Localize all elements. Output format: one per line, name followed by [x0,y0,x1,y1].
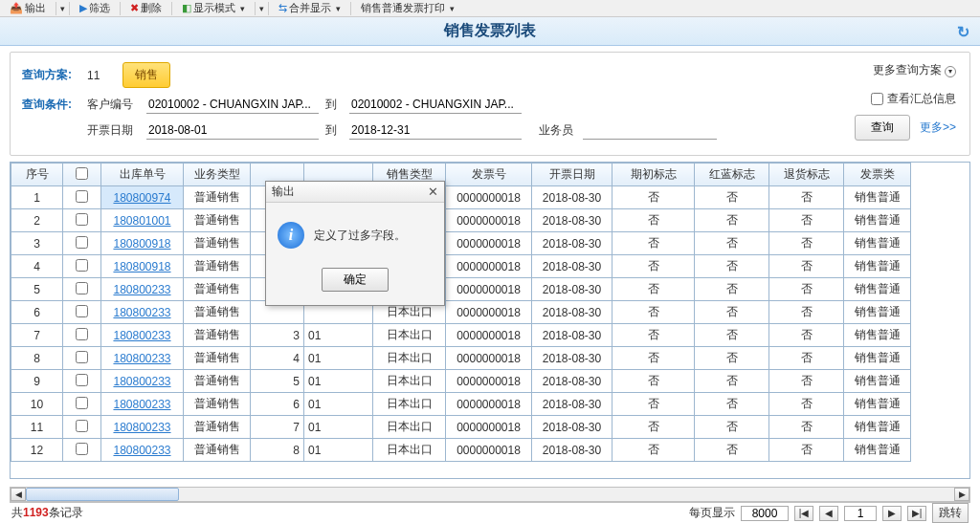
row-checkbox[interactable] [76,305,88,317]
table-row[interactable]: 12180800233普通销售801日本出口00000000182018-08-… [11,439,911,462]
table-row[interactable]: 4180800918普通销售日本出口00000000182018-08-30否否… [11,255,911,278]
toolbar-export[interactable]: 📤输出 [4,2,52,15]
cell-date: 2018-08-30 [532,347,612,370]
more-query-plans-link[interactable]: 更多查询方案▾ [873,62,956,78]
cell-checkbox[interactable] [63,370,101,393]
chevron-down-icon[interactable]: ▾ [60,4,65,13]
query-button[interactable]: 查询 [855,115,910,141]
jump-button[interactable]: 跳转 [932,503,969,523]
select-all-checkbox[interactable] [76,167,88,180]
refresh-icon[interactable]: ↻ [957,23,972,38]
row-checkbox[interactable] [76,236,88,249]
cell-out-no[interactable]: 180800233 [101,370,184,393]
cell-checkbox[interactable] [63,255,101,278]
ok-button[interactable]: 确定 [322,268,389,292]
table-row[interactable]: 8180800233普通销售401日本出口00000000182018-08-3… [11,347,911,370]
page-input[interactable] [844,506,877,521]
cell-out-no[interactable]: 180800918 [101,232,184,255]
cell-checkbox[interactable] [63,416,101,439]
toolbar-display-mode[interactable]: ◧显示模式▾ [176,2,251,15]
plan-sales-button[interactable]: 销售 [122,62,170,88]
row-checkbox[interactable] [76,420,88,432]
cell-inv-no: 0000000018 [446,324,532,347]
col-ret-flag[interactable]: 退货标志 [769,163,844,186]
cell-out-no[interactable]: 180800233 [101,347,184,370]
toolbar-merge[interactable]: ⇆合并显示▾ [273,2,346,15]
cell-inv-kind: 销售普通 [844,232,911,255]
footer-bar: 共1193条记录 每页显示 |◀ ◀ ▶ ▶| 跳转 [10,502,970,523]
row-checkbox[interactable] [76,328,88,340]
cell-out-no[interactable]: 180800233 [101,324,184,347]
table-row[interactable]: 1180800974普通销售日本出口00000000182018-08-30否否… [11,186,911,209]
col-out-no[interactable]: 出库单号 [101,163,184,186]
cell-out-no[interactable]: 180800233 [101,416,184,439]
row-checkbox[interactable] [76,374,88,386]
last-page-button[interactable]: ▶| [907,506,926,521]
col-biz-type[interactable]: 业务类型 [184,163,251,186]
row-checkbox[interactable] [76,213,88,226]
toolbar-filter[interactable]: ▶筛选 [74,2,116,15]
sales-input[interactable] [583,121,717,140]
cell-checkbox[interactable] [63,278,101,301]
toolbar-delete[interactable]: ✖删除 [124,2,167,15]
scroll-left-arrow[interactable]: ◀ [11,488,26,501]
col-init-flag[interactable]: 期初标志 [612,163,695,186]
customer-from-input[interactable] [146,96,319,114]
per-page-input[interactable] [741,506,789,521]
cell-checkbox[interactable] [63,324,101,347]
col-checkbox[interactable] [63,163,101,186]
table-row[interactable]: 2180801001普通销售日本出口00000000182018-08-30否否… [11,209,911,232]
cell-checkbox[interactable] [63,439,101,462]
cell-checkbox[interactable] [63,301,101,324]
table-row[interactable]: 3180800918普通销售日本出口00000000182018-08-30否否… [11,232,911,255]
next-page-button[interactable]: ▶ [882,506,902,521]
close-icon[interactable]: ✕ [428,185,438,199]
cell-checkbox[interactable] [63,393,101,416]
date-to-input[interactable] [349,121,522,140]
cell-ret-flag: 否 [769,324,844,347]
cell-out-no[interactable]: 180800233 [101,393,184,416]
col-inv-date[interactable]: 开票日期 [532,163,612,186]
more-link[interactable]: 更多>> [920,120,956,136]
scroll-track[interactable] [26,488,954,501]
chevron-down-icon[interactable]: ▾ [259,4,264,13]
col-inv-no[interactable]: 发票号 [446,163,532,186]
row-checkbox[interactable] [76,443,88,455]
cell-out-no[interactable]: 180800233 [101,278,184,301]
cell-out-no[interactable]: 180800233 [101,301,184,324]
cell-checkbox[interactable] [63,186,101,209]
prev-page-button[interactable]: ◀ [819,506,838,521]
horizontal-scrollbar[interactable]: ◀ ▶ [10,487,970,502]
customer-to-input[interactable] [349,96,522,114]
col-inv-kind[interactable]: 发票类 [844,163,911,186]
row-checkbox[interactable] [76,259,88,272]
row-checkbox[interactable] [76,351,88,363]
row-checkbox[interactable] [76,397,88,409]
dialog-titlebar[interactable]: 输出 ✕ [266,182,444,203]
cell-rb-flag: 否 [695,209,769,232]
table-row[interactable]: 10180800233普通销售601日本出口00000000182018-08-… [11,393,911,416]
row-checkbox[interactable] [76,282,88,294]
cell-checkbox[interactable] [63,347,101,370]
col-rb-flag[interactable]: 红蓝标志 [695,163,769,186]
table-row[interactable]: 7180800233普通销售301日本出口00000000182018-08-3… [11,324,911,347]
summary-checkbox[interactable] [871,93,883,105]
toolbar-print[interactable]: 销售普通发票打印▾ [355,2,460,15]
table-row[interactable]: 6180800233普通销售日本出口00000000182018-08-30否否… [11,301,911,324]
col-seq[interactable]: 序号 [11,163,63,186]
cell-checkbox[interactable] [63,232,101,255]
cell-checkbox[interactable] [63,209,101,232]
scroll-thumb[interactable] [26,488,179,501]
table-row[interactable]: 11180800233普通销售701日本出口00000000182018-08-… [11,416,911,439]
cell-out-no[interactable]: 180801001 [101,209,184,232]
first-page-button[interactable]: |◀ [794,506,813,521]
cell-out-no[interactable]: 180800233 [101,439,184,462]
cell-out-no[interactable]: 180800974 [101,186,184,209]
table-row[interactable]: 9180800233普通销售501日本出口00000000182018-08-3… [11,370,911,393]
scroll-right-arrow[interactable]: ▶ [954,488,969,501]
table-row[interactable]: 5180800233普通销售日本出口00000000182018-08-30否否… [11,278,911,301]
row-checkbox[interactable] [76,190,88,203]
date-from-input[interactable] [146,121,319,140]
summary-checkbox-row[interactable]: 查看汇总信息 [871,91,956,107]
cell-out-no[interactable]: 180800918 [101,255,184,278]
